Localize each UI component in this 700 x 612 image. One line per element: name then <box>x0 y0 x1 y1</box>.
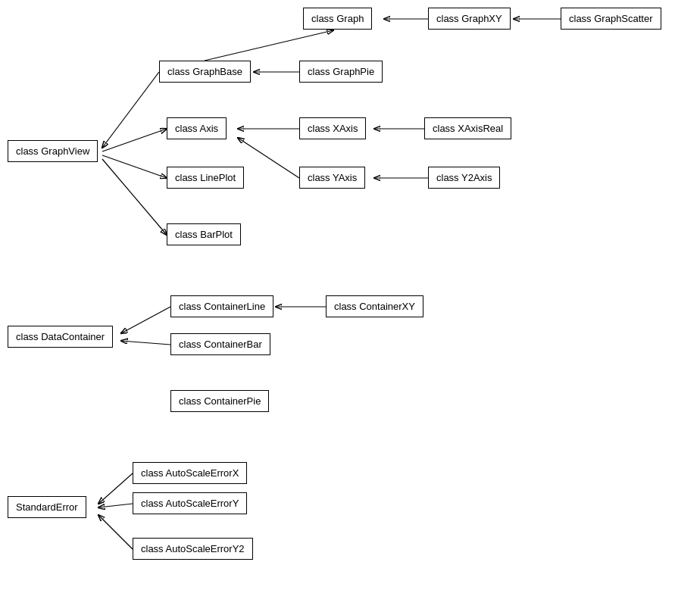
box-standardError: StandardError <box>8 496 86 518</box>
diagram: class Graph class GraphXY class GraphSca… <box>0 0 700 612</box>
box-xaxis: class XAxis <box>299 117 366 139</box>
svg-line-17 <box>98 515 133 549</box>
svg-line-13 <box>121 307 170 333</box>
svg-line-7 <box>102 159 167 235</box>
box-graphView: class GraphView <box>8 140 98 162</box>
box-autoScaleErrorY2: class AutoScaleErrorY2 <box>133 538 253 560</box>
box-dataContainer: class DataContainer <box>8 326 113 348</box>
svg-line-16 <box>98 504 133 507</box>
svg-line-6 <box>102 155 167 178</box>
box-containerXY: class ContainerXY <box>326 295 423 317</box>
box-yaxis: class YAxis <box>299 167 365 189</box>
svg-line-4 <box>102 72 159 148</box>
box-linePlot: class LinePlot <box>167 167 244 189</box>
box-graphBase: class GraphBase <box>159 61 251 83</box>
box-axis: class Axis <box>167 117 227 139</box>
box-autoScaleErrorX: class AutoScaleErrorX <box>133 462 247 484</box>
box-xaxisReal: class XAxisReal <box>424 117 511 139</box>
box-graphXY: class GraphXY <box>428 8 511 30</box>
box-graphPie: class GraphPie <box>299 61 383 83</box>
box-y2axis: class Y2Axis <box>428 167 500 189</box>
box-graphScatter: class GraphScatter <box>561 8 661 30</box>
box-autoScaleErrorY: class AutoScaleErrorY <box>133 492 247 514</box>
box-containerPie: class ContainerPie <box>170 390 269 412</box>
svg-line-5 <box>102 129 167 151</box>
svg-line-14 <box>121 341 170 345</box>
box-containerBar: class ContainerBar <box>170 333 270 355</box>
box-containerLine: class ContainerLine <box>170 295 273 317</box>
svg-line-10 <box>238 138 299 178</box>
svg-line-15 <box>98 473 133 504</box>
box-barPlot: class BarPlot <box>167 223 241 245</box>
box-graph: class Graph <box>303 8 372 30</box>
svg-line-3 <box>205 30 333 61</box>
